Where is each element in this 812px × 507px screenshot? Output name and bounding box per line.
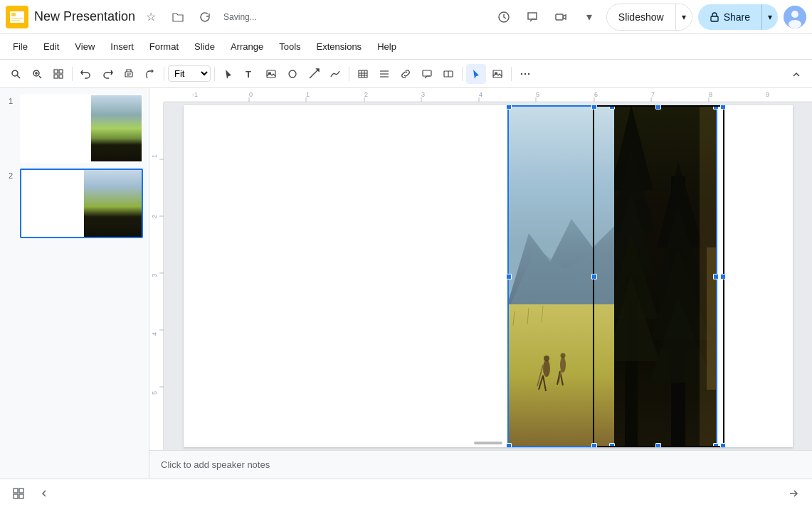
svg-text:1: 1 [151,154,158,158]
shape-tool[interactable] [283,64,302,84]
slideshow-button-group: Slideshow ▾ [606,4,692,31]
slide-thumbnail-2[interactable] [20,169,143,238]
slides-panel: 1 2 [0,88,149,479]
inner-handle-br[interactable] [720,443,726,447]
star-button[interactable]: ☆ [139,6,162,28]
svg-rect-108 [19,489,23,493]
panel-collapse-button[interactable] [34,484,54,503]
menu-tools[interactable]: Tools [272,38,307,55]
slideshow-dropdown-button[interactable]: ▾ [676,4,692,30]
svg-text:4: 4 [479,91,483,98]
line-tool[interactable] [304,64,324,84]
slide-thumbnail-1[interactable] [20,94,143,163]
svg-rect-110 [19,494,23,498]
scroll-indicator [474,442,502,444]
resize-button[interactable] [438,64,458,84]
user-avatar[interactable] [784,6,806,28]
expand-right-button[interactable] [784,484,803,503]
document-title[interactable]: New Presentation [34,9,135,24]
svg-rect-106 [707,247,717,390]
grid-view-toggle[interactable] [9,484,28,503]
menu-extensions[interactable]: Extensions [310,38,369,55]
svg-rect-36 [423,70,431,76]
svg-rect-7 [711,16,718,21]
slide-item-1[interactable]: 1 [6,94,143,163]
menu-format[interactable]: Format [142,38,186,55]
print-button[interactable] [119,64,139,84]
title-icons: ☆ Saving... [139,6,257,28]
folder-button[interactable] [167,6,189,28]
slide-item-2[interactable]: 2 [6,169,143,238]
comment-button[interactable] [417,64,437,84]
paint-format-button[interactable] [140,64,160,84]
collapse-toolbar-button[interactable] [786,64,806,84]
grid-view-button[interactable] [48,64,68,84]
text-tool[interactable]: T [240,64,260,84]
svg-point-25 [289,70,296,78]
ruler-v-container: 1 2 3 4 5 [149,102,812,450]
scribble-tool[interactable] [325,64,345,84]
svg-rect-39 [493,70,502,78]
redo-button[interactable] [97,64,117,84]
table-button[interactable] [353,64,373,84]
slideshow-button[interactable]: Slideshow [607,4,675,30]
columns-button[interactable] [374,64,394,84]
menu-insert[interactable]: Insert [103,38,141,55]
image-edit-button[interactable] [487,64,507,84]
share-label: Share [724,11,750,23]
svg-line-14 [39,76,41,78]
more-options-button[interactable] [515,64,535,84]
bottom-controls [0,479,812,507]
svg-rect-17 [54,70,58,73]
menu-help[interactable]: Help [370,38,404,55]
zoom-in-button[interactable] [27,64,47,84]
ruler-horizontal-container: -1 0 1 2 3 4 5 6 7 8 9 [149,88,812,102]
saving-status: Saving... [223,12,257,22]
svg-text:9: 9 [766,91,769,98]
svg-rect-4 [11,20,20,21]
zoom-select[interactable]: Fit 50% 75% 100% 125% 150% 200% [168,65,211,82]
title-section: New Presentation ☆ Saving... [34,6,492,28]
inner-handle-tr[interactable] [720,105,726,110]
speaker-notes[interactable]: Click to add speaker notes [149,450,812,479]
toolbar-sep-4 [349,67,349,81]
select-tool[interactable] [218,64,238,84]
svg-rect-3 [11,18,23,19]
share-dropdown-button[interactable]: ▾ [761,4,778,30]
toolbar-sep-5 [462,67,463,81]
inner-handle-mr[interactable] [720,274,726,279]
slide-canvas[interactable] [184,105,793,447]
svg-text:7: 7 [651,91,655,98]
menu-edit[interactable]: Edit [36,38,66,55]
image-tool[interactable] [261,64,281,84]
menu-file[interactable]: File [6,38,35,55]
menu-slide[interactable]: Slide [187,38,222,55]
history-button[interactable] [492,6,515,28]
tree-scene-svg [614,105,717,447]
meet-dropdown[interactable]: ▾ [578,6,601,28]
svg-text:1: 1 [306,91,310,98]
svg-point-9 [791,11,798,18]
slide-number-2: 2 [6,169,16,180]
sync-button[interactable] [194,6,216,28]
search-button[interactable] [6,64,26,84]
select-mode-button[interactable] [466,64,486,84]
svg-point-88 [560,353,565,358]
link-button[interactable] [396,64,416,84]
toolbar-sep-1 [72,67,73,81]
comments-button[interactable] [521,6,544,28]
svg-text:8: 8 [709,91,712,98]
svg-text:3: 3 [151,274,158,277]
canvas-area: -1 0 1 2 3 4 5 6 7 8 9 [149,88,812,479]
ruler-vertical: 1 2 3 4 5 [149,102,164,450]
menu-view[interactable]: View [68,38,102,55]
menu-arrange[interactable]: Arrange [223,38,270,55]
slide-image[interactable] [507,105,717,447]
share-button[interactable]: Share [698,4,761,30]
toolbar: Fit 50% 75% 100% 125% 150% 200% T [0,60,812,88]
slide-thumb-inner-2 [21,170,142,236]
svg-point-43 [528,73,529,74]
svg-point-41 [521,73,522,74]
meet-button[interactable] [549,6,572,28]
undo-button[interactable] [76,64,96,84]
